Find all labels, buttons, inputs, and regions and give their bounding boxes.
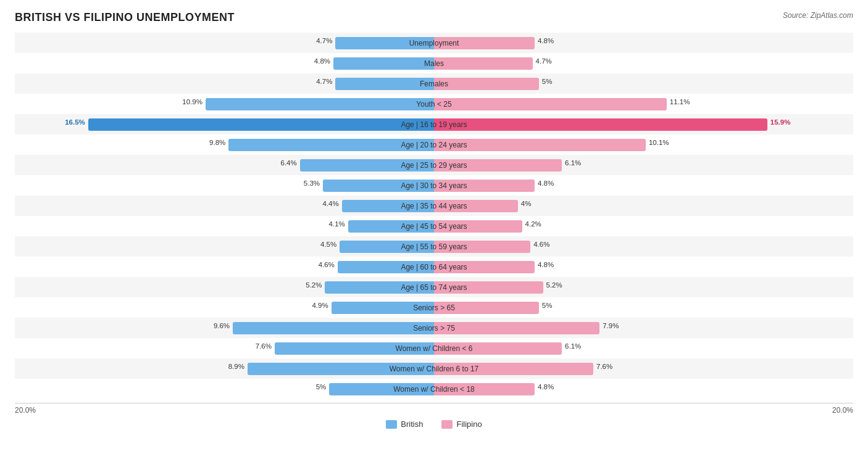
right-half: 4% — [434, 196, 853, 216]
legend-item-british: British — [386, 419, 423, 429]
right-half: 11.1% — [434, 94, 853, 114]
filipino-value: 4.2% — [525, 220, 541, 228]
british-value: 16.5% — [65, 118, 85, 126]
filipino-value: 6.1% — [565, 342, 581, 350]
filipino-bar: 4% — [434, 200, 518, 212]
chart-row: 8.9% 7.6% Women w/ Children 6 to 17 — [15, 358, 853, 379]
left-half: 5.2% — [15, 277, 434, 297]
right-half: 7.9% — [434, 318, 853, 338]
filipino-bar: 5% — [434, 78, 539, 90]
filipino-bar: 6.1% — [434, 159, 562, 172]
legend-item-filipino: Filipino — [441, 419, 482, 429]
right-half: 5% — [434, 73, 853, 94]
left-half: 4.7% — [15, 73, 434, 94]
left-half: 4.7% — [15, 33, 434, 53]
filipino-bar: 4.8% — [434, 261, 535, 273]
right-half: 4.8% — [434, 257, 853, 277]
filipino-value: 4.6% — [533, 241, 549, 248]
legend-label-filipino: Filipino — [456, 419, 482, 429]
filipino-value: 4.8% — [538, 37, 554, 44]
chart-row: 4.1% 4.2% Age | 45 to 54 years — [15, 216, 853, 236]
chart-row: 9.8% 10.1% Age | 20 to 24 years — [15, 134, 853, 155]
filipino-bar: 15.9% — [434, 118, 767, 131]
legend-color-british — [386, 420, 397, 429]
filipino-value: 7.9% — [603, 322, 619, 329]
filipino-bar: 5% — [434, 302, 539, 314]
left-half: 9.8% — [15, 134, 434, 155]
british-bar: 4.8% — [333, 57, 434, 70]
left-half: 6.4% — [15, 155, 434, 175]
filipino-bar: 4.8% — [434, 180, 535, 192]
filipino-value: 4.7% — [536, 57, 552, 65]
chart-row: 5.2% 5.2% Age | 65 to 74 years — [15, 277, 853, 297]
filipino-bar: 4.8% — [434, 383, 535, 395]
british-value: 7.6% — [256, 342, 272, 350]
chart-row: 7.6% 6.1% Women w/ Children < 6 — [15, 338, 853, 358]
filipino-value: 7.6% — [596, 363, 612, 370]
filipino-value: 4.8% — [538, 383, 554, 391]
british-value: 9.6% — [214, 322, 230, 329]
filipino-value: 11.1% — [670, 98, 690, 105]
chart-row: 9.6% 7.9% Seniors > 75 — [15, 318, 853, 338]
left-half: 4.4% — [15, 196, 434, 216]
legend-label-british: British — [401, 419, 423, 429]
left-half: 5% — [15, 379, 434, 399]
right-half: 5.2% — [434, 277, 853, 297]
chart-header: BRITISH VS FILIPINO UNEMPLOYMENT Source:… — [15, 11, 853, 24]
left-half: 7.6% — [15, 338, 434, 358]
filipino-bar: 11.1% — [434, 98, 667, 110]
chart-title: BRITISH VS FILIPINO UNEMPLOYMENT — [15, 11, 235, 24]
filipino-bar: 7.6% — [434, 363, 593, 375]
axis-left: 20.0% — [15, 406, 434, 415]
filipino-value: 10.1% — [649, 139, 669, 146]
right-half: 4.7% — [434, 53, 853, 73]
filipino-value: 5.2% — [546, 281, 562, 289]
british-bar: 6.4% — [300, 159, 434, 172]
filipino-bar: 7.9% — [434, 322, 599, 334]
left-half: 5.3% — [15, 175, 434, 196]
british-bar: 4.1% — [348, 220, 434, 233]
right-half: 4.8% — [434, 33, 853, 53]
british-bar: 7.6% — [275, 342, 434, 355]
chart-rows-wrapper: 4.7% 4.8% Unemployment 4.8% 4.7% Males 4… — [15, 33, 853, 399]
british-value: 5% — [316, 383, 327, 391]
filipino-bar: 4.7% — [434, 57, 533, 70]
british-bar: 4.7% — [335, 78, 434, 90]
right-half: 15.9% — [434, 114, 853, 134]
british-value: 9.8% — [209, 139, 225, 146]
british-bar: 4.7% — [335, 37, 434, 49]
chart-source: Source: ZipAtlas.com — [783, 11, 853, 20]
left-half: 4.5% — [15, 236, 434, 257]
left-half: 4.6% — [15, 257, 434, 277]
chart-row: 10.9% 11.1% Youth < 25 — [15, 94, 853, 114]
right-half: 7.6% — [434, 358, 853, 379]
british-value: 4.5% — [320, 241, 336, 248]
chart-row: 5.3% 4.8% Age | 30 to 34 years — [15, 175, 853, 196]
british-bar: 4.4% — [342, 200, 434, 212]
chart-row: 5% 4.8% Women w/ Children < 18 — [15, 379, 853, 399]
filipino-bar: 10.1% — [434, 139, 646, 151]
filipino-value: 5% — [542, 302, 553, 309]
right-half: 4.8% — [434, 379, 853, 399]
legend: British Filipino — [15, 419, 853, 429]
axis-row: 20.0% 20.0% — [15, 403, 853, 415]
right-half: 6.1% — [434, 338, 853, 358]
british-bar: 5% — [329, 383, 434, 395]
filipino-value: 4% — [521, 200, 532, 207]
filipino-bar: 6.1% — [434, 342, 562, 355]
chart-row: 4.8% 4.7% Males — [15, 53, 853, 73]
filipino-value: 4.8% — [538, 261, 554, 268]
left-half: 4.1% — [15, 216, 434, 236]
chart-row: 4.7% 4.8% Unemployment — [15, 33, 853, 53]
filipino-bar: 4.6% — [434, 241, 530, 253]
axis-right: 20.0% — [434, 406, 853, 415]
left-half: 4.8% — [15, 53, 434, 73]
british-value: 5.3% — [304, 180, 320, 187]
british-value: 4.9% — [312, 302, 328, 309]
left-half: 4.9% — [15, 297, 434, 318]
right-half: 10.1% — [434, 134, 853, 155]
chart-row: 4.4% 4% Age | 35 to 44 years — [15, 196, 853, 216]
british-bar: 5.3% — [323, 180, 434, 192]
chart-row: 4.7% 5% Females — [15, 73, 853, 94]
british-value: 4.8% — [314, 57, 330, 65]
